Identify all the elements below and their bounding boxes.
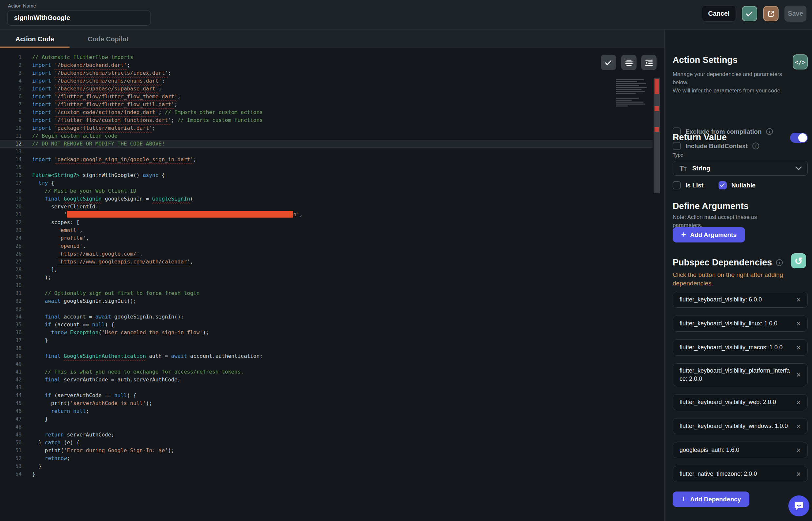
scrollbar-track[interactable] <box>654 78 660 193</box>
refresh-dependencies-button[interactable]: ↺ <box>791 253 806 268</box>
code-lines[interactable]: 1// Automatic FlutterFlow imports2import… <box>0 53 653 478</box>
code-line[interactable]: 3import '/backend/schema/structs/index.d… <box>0 69 653 77</box>
remove-dependency-icon[interactable]: × <box>796 470 801 478</box>
code-line[interactable]: 42 final serverAuthCode = auth.serverAut… <box>0 376 653 384</box>
code-line[interactable]: 53 } <box>0 462 653 470</box>
code-line[interactable]: 51 print('Error during Google Sign-In: $… <box>0 447 653 454</box>
action-name-input[interactable] <box>7 10 151 26</box>
code-line[interactable]: 28 ], <box>0 266 653 274</box>
code-line[interactable]: 2import '/backend/backend.dart'; <box>0 61 653 69</box>
accept-button[interactable] <box>742 6 757 21</box>
code-line[interactable]: 48 <box>0 423 653 431</box>
code-line[interactable]: 14import 'package:google_sign_in/google_… <box>0 156 653 163</box>
code-line[interactable]: 26 'https://mail.google.com/', <box>0 250 653 258</box>
code-line[interactable]: 43 <box>0 384 653 391</box>
code-line[interactable]: 1// Automatic FlutterFlow imports <box>0 53 653 61</box>
save-button[interactable]: Save <box>785 5 807 22</box>
error-mark <box>655 78 659 94</box>
code-line[interactable]: 46 return null; <box>0 407 653 415</box>
tab-code-copilot[interactable]: Code Copilot <box>69 30 147 48</box>
remove-dependency-icon[interactable]: × <box>796 371 801 379</box>
remove-dependency-icon[interactable]: × <box>796 399 801 406</box>
add-dependency-button[interactable]: + Add Dependency <box>672 492 749 507</box>
remove-dependency-icon[interactable]: × <box>796 296 801 304</box>
code-line[interactable]: 40 <box>0 360 653 368</box>
support-chat-button[interactable] <box>788 495 809 516</box>
code-line[interactable]: 29 ); <box>0 274 653 281</box>
code-line[interactable]: 19 final GoogleSignIn googleSignIn = Goo… <box>0 195 653 203</box>
line-number: 18 <box>0 187 22 195</box>
code-line[interactable]: 25 'openid', <box>0 242 653 250</box>
code-line[interactable]: 52 rethrow; <box>0 454 653 462</box>
is-list-checkbox-row[interactable]: Is List Nullable <box>672 181 755 189</box>
code-line[interactable]: 33 <box>0 305 653 313</box>
code-line[interactable]: 6import '/flutter_flow/flutter_flow_them… <box>0 93 653 100</box>
add-arguments-button[interactable]: + Add Arguments <box>672 227 745 243</box>
code-line[interactable]: 12// DO NOT REMOVE OR MODIFY THE CODE AB… <box>0 140 653 148</box>
open-external-button[interactable] <box>763 6 778 21</box>
code-line[interactable]: 13 <box>0 148 653 156</box>
code-line[interactable]: 30 <box>0 281 653 289</box>
checkbox[interactable] <box>672 142 681 150</box>
code-line[interactable]: 10import 'package:flutter/material.dart'… <box>0 124 653 132</box>
code-line[interactable]: 23 'email', <box>0 226 653 234</box>
code-line[interactable]: 11// Begin custom action code <box>0 132 653 140</box>
code-line[interactable]: 31 // Optionally sign out first to force… <box>0 289 653 297</box>
checkbox[interactable] <box>672 181 681 189</box>
code-line[interactable]: 27 'https://www.googleapis.com/auth/cale… <box>0 258 653 266</box>
code-line[interactable]: 35 if (account == null) { <box>0 321 653 329</box>
code-line[interactable]: 34 final account = await googleSignIn.si… <box>0 313 653 321</box>
code-line[interactable]: 45 print('serverAuthCode is null'); <box>0 400 653 407</box>
code-line[interactable]: 9import '/flutter_flow/custom_functions.… <box>0 116 653 124</box>
view-code-button[interactable]: </> <box>793 54 808 69</box>
line-number: 32 <box>0 297 22 305</box>
editor-format-button[interactable] <box>621 55 637 70</box>
code-line[interactable]: 39 final GoogleSignInAuthentication auth… <box>0 352 653 360</box>
tab-bar: Action Code Code Copilot <box>0 30 664 48</box>
info-icon[interactable]: i <box>752 142 759 150</box>
chat-bubble-icon <box>794 501 804 511</box>
code-line[interactable]: 5import '/backend/supabase/supabase.dart… <box>0 85 653 93</box>
dependency-chip: flutter_keyboard_visibility: 6.0.0× <box>672 292 808 308</box>
chevron-down-icon <box>795 163 802 170</box>
code-editor[interactable]: 1// Automatic FlutterFlow imports2import… <box>0 48 664 521</box>
remove-dependency-icon[interactable]: × <box>796 422 801 430</box>
code-line[interactable]: 49 return serverAuthCode; <box>0 431 653 439</box>
code-line[interactable]: 38 <box>0 344 653 352</box>
code-line[interactable]: 16Future<String?> signinWithGoogle() asy… <box>0 172 653 179</box>
code-line[interactable]: 7import '/flutter_flow/flutter_flow_util… <box>0 100 653 109</box>
code-line[interactable]: 41 // This is what you need to exchange … <box>0 368 653 376</box>
info-icon[interactable]: i <box>776 259 783 266</box>
code-line[interactable]: 21 'n', <box>0 211 653 219</box>
cancel-button[interactable]: Cancel <box>702 5 736 22</box>
code-line[interactable]: 47 } <box>0 415 653 423</box>
line-number: 49 <box>0 431 22 439</box>
code-line[interactable]: 8import '/custom_code/actions/index.dart… <box>0 109 653 116</box>
type-dropdown[interactable]: TT String <box>672 161 808 176</box>
code-line[interactable]: 20 serverClientId: <box>0 203 653 211</box>
code-line[interactable]: 24 'profile', <box>0 234 653 242</box>
editor-indent-button[interactable] <box>641 55 657 70</box>
code-line[interactable]: 15 <box>0 163 653 172</box>
code-line[interactable]: 37 } <box>0 337 653 344</box>
remove-dependency-icon[interactable]: × <box>796 344 801 352</box>
code-line[interactable]: 50 } catch (e) { <box>0 439 653 447</box>
line-number: 45 <box>0 400 22 407</box>
checkbox[interactable] <box>719 181 727 189</box>
code-line[interactable]: 32 await googleSignIn.signOut(); <box>0 297 653 305</box>
info-icon[interactable]: i <box>766 128 773 135</box>
code-line[interactable]: 36 throw Exception('User canceled the si… <box>0 329 653 337</box>
remove-dependency-icon[interactable]: × <box>796 446 801 454</box>
minimap[interactable] <box>616 79 649 108</box>
code-line[interactable]: 18 // Must be your Web Client ID <box>0 187 653 195</box>
code-line[interactable]: 4import '/backend/schema/enums/enums.dar… <box>0 77 653 85</box>
code-line[interactable]: 54} <box>0 470 653 478</box>
remove-dependency-icon[interactable]: × <box>796 320 801 328</box>
return-value-toggle[interactable] <box>790 133 808 143</box>
code-line[interactable]: 17 try { <box>0 179 653 187</box>
editor-validate-button[interactable] <box>601 55 616 70</box>
tab-action-code[interactable]: Action Code <box>0 30 69 48</box>
code-line[interactable]: 44 if (serverAuthCode == null) { <box>0 391 653 400</box>
code-line[interactable]: 22 scopes: [ <box>0 219 653 226</box>
include-buildcontext-checkbox-row[interactable]: Include BuildContext i <box>672 142 759 150</box>
